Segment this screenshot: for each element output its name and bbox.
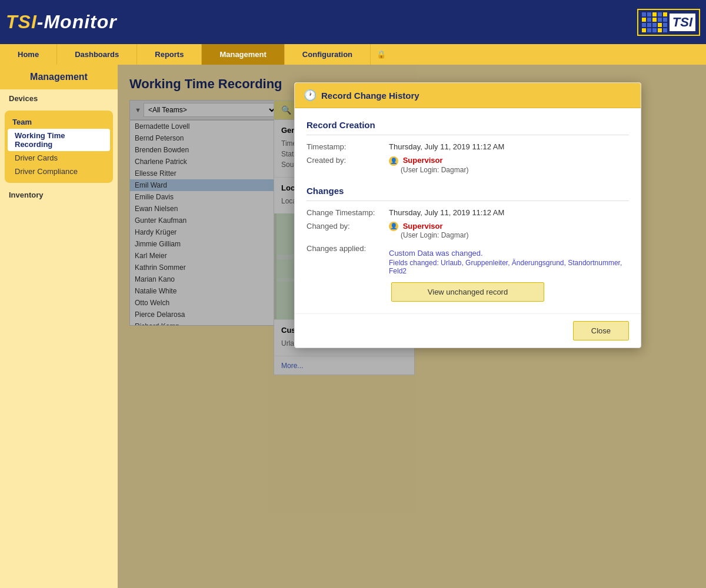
nav-reports[interactable]: Reports xyxy=(137,44,202,65)
modal-title: Record Change History xyxy=(321,91,419,101)
timestamp-row: Timestamp: Thursday, July 11, 2019 11:12… xyxy=(307,142,629,151)
nav-dashboards[interactable]: Dashboards xyxy=(57,44,137,65)
record-change-history-modal: 🕐 Record Change History Record Creation … xyxy=(294,82,641,348)
sidebar-team-group: Team Working Time Recording Driver Cards… xyxy=(5,111,113,183)
modal-body: Record Creation Timestamp: Thursday, Jul… xyxy=(295,108,641,313)
sidebar-management-header: Management xyxy=(0,65,118,89)
custom-data-changed-text: Custom Data was changed. xyxy=(389,249,629,258)
sidebar-inventory[interactable]: Inventory xyxy=(0,186,118,204)
changes-section: Changes Change Timestamp: Thursday, July… xyxy=(307,186,629,302)
created-by-label: Created by: xyxy=(307,156,389,174)
modal-header: 🕐 Record Change History xyxy=(295,83,641,108)
close-button[interactable]: Close xyxy=(573,321,629,340)
changed-by-label: Changed by: xyxy=(307,222,389,240)
change-timestamp-label: Change Timestamp: xyxy=(307,208,389,217)
changes-section-title: Changes xyxy=(307,186,629,201)
change-timestamp-value: Thursday, July 11, 2019 11:12 AM xyxy=(389,208,504,217)
created-by-row: Created by: 👤 Supervisor (User Login: Da… xyxy=(307,156,629,174)
changed-by-login: (User Login: Dagmar) xyxy=(401,231,468,239)
changes-applied-row: Changes applied: Custom Data was changed… xyxy=(307,244,629,275)
view-unchanged-button[interactable]: View unchanged record xyxy=(391,282,544,302)
fields-changed-label: Fields changed: xyxy=(389,259,439,267)
sidebar-item-driver-cards[interactable]: Driver Cards xyxy=(8,151,110,165)
sidebar-item-driver-compliance[interactable]: Driver Compliance xyxy=(8,165,110,178)
changes-applied-label: Changes applied: xyxy=(307,244,389,275)
user-icon: 👤 xyxy=(389,156,398,166)
tsi-brand-logo: TSI xyxy=(630,5,700,40)
navigation: Home Dashboards Reports Management Confi… xyxy=(0,44,706,65)
creation-section-title: Record Creation xyxy=(307,120,629,135)
changed-by-name[interactable]: Supervisor xyxy=(403,222,443,230)
app-logo: TSI-Monitor xyxy=(6,11,117,33)
sidebar-team-title: Team xyxy=(8,115,110,129)
change-timestamp-row: Change Timestamp: Thursday, July 11, 201… xyxy=(307,208,629,217)
main-layout: Management Devices Team Working Time Rec… xyxy=(0,65,706,588)
created-by-name[interactable]: Supervisor xyxy=(403,156,443,165)
nav-configuration[interactable]: Configuration xyxy=(285,44,371,65)
content-area: Working Time Recording ▼ <All Teams> Ber… xyxy=(118,65,706,588)
modal-footer: Close xyxy=(295,313,641,348)
nav-management[interactable]: Management xyxy=(202,44,284,65)
timestamp-label: Timestamp: xyxy=(307,142,389,151)
nav-home[interactable]: Home xyxy=(0,44,57,65)
fields-changed-row: Fields changed: Urlaub, Gruppenleiter, Ä… xyxy=(389,259,629,275)
sidebar: Management Devices Team Working Time Rec… xyxy=(0,65,118,588)
nav-lock[interactable]: 🔒 xyxy=(371,44,392,65)
changed-by-row: Changed by: 👤 Supervisor (User Login: Da… xyxy=(307,222,629,240)
created-by-login: (User Login: Dagmar) xyxy=(401,166,468,174)
modal-overlay: 🕐 Record Change History Record Creation … xyxy=(118,65,706,588)
clock-icon: 🕐 xyxy=(304,89,317,102)
user-icon-2: 👤 xyxy=(389,222,398,231)
sidebar-devices[interactable]: Devices xyxy=(0,89,118,108)
sidebar-item-working-time[interactable]: Working Time Recording xyxy=(8,129,110,151)
timestamp-value: Thursday, July 11, 2019 11:12 AM xyxy=(389,142,504,151)
changes-applied-block: Custom Data was changed. Fields changed:… xyxy=(389,249,629,275)
header: TSI-Monitor xyxy=(0,0,706,44)
